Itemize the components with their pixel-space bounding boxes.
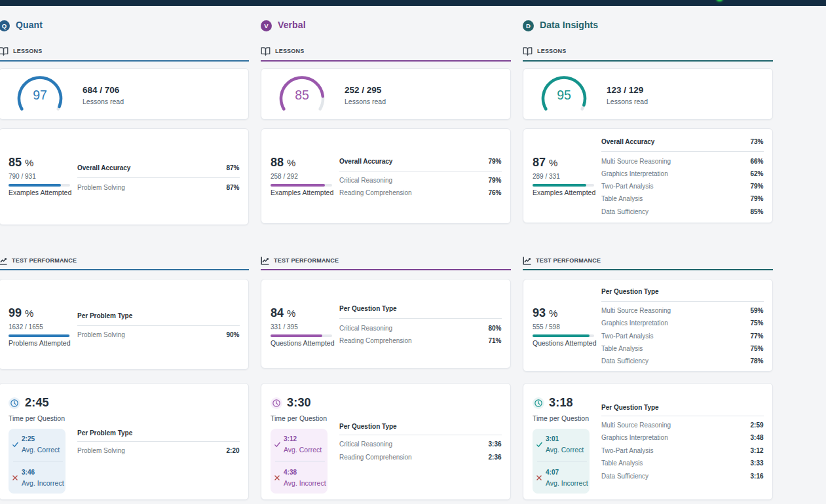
svg-text:85: 85 [295,88,309,102]
svg-text:95: 95 [557,88,571,102]
svg-text:97: 97 [33,88,47,102]
